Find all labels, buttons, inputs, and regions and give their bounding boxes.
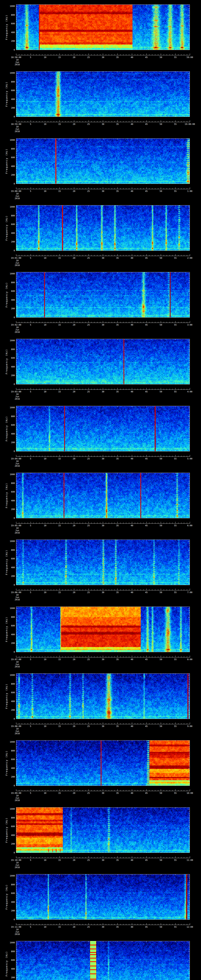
x-tick-label: 40 [131,190,133,192]
x-axis-end-time: 7:00 [187,591,193,594]
x-axis-line [16,724,190,724]
x-axis-end-time: 5:00 [187,458,193,460]
x-tick-label: 40 [131,659,133,661]
x-tick-label: 30 [102,391,104,393]
x-tick-label: 10 [44,859,46,861]
date-line: 2016 [15,532,20,534]
x-tick-label: 20 [73,859,75,861]
x-axis-end-time: 6:00 [187,525,193,527]
y-tick-label: 0 [3,116,15,118]
x-tick-label: 15 [58,792,61,794]
y-tick-label: 200 [3,441,15,444]
x-tick-label: 40 [131,725,133,727]
x-tick-label: 35 [116,859,119,861]
y-tick-label: 0 [3,584,15,586]
x-tick-label: 40 [131,123,133,126]
y-tick-label: 1000 [3,540,15,542]
x-tick-label: 30 [102,659,104,661]
x-axis-start-time: 19:11:00 [11,926,21,928]
x-axis-start-time: 19:02:00 [11,324,21,326]
x-tick-label: 45 [145,525,148,527]
x-tick-label: 15 [58,591,61,594]
x-tick-label: 55 [174,859,177,861]
spectrogram-panel: Frequency (Hz) 10008006004002000 19:04:0… [0,401,201,468]
x-tick-label: 10 [44,458,46,460]
y-tick-label: 200 [3,776,15,778]
x-axis-start-time: 19:04:00 [11,458,21,460]
x-tick-label: 45 [145,324,148,326]
y-tick-label: 400 [3,299,15,301]
date-line: 2016 [15,197,20,200]
y-tick-label: 0 [3,784,15,787]
y-tick-label: 0 [3,852,15,854]
x-tick-label: 30 [102,458,104,460]
x-tick-label: 10 [44,257,46,259]
x-axis-start-time: 19:10:00 [11,859,21,861]
y-axis-title: Frequency (Hz) [5,148,8,173]
y-tick-label: 1000 [3,942,15,944]
y-axis-title: Frequency (Hz) [5,282,8,307]
spectrogram-plot [16,874,190,920]
x-tick-label: 55 [174,725,177,727]
x-tick-label: 25 [87,725,90,727]
x-axis-end-time: 4:00 [187,391,193,393]
x-tick-label: 35 [116,56,119,59]
x-tick-label: 30 [102,190,104,192]
x-tick-label: 15 [58,926,61,928]
x-axis-minor-ticks [16,589,190,590]
x-tick-label: 45 [145,56,148,59]
x-tick-label: 15 [58,525,61,527]
x-tick-label: 5 [30,123,31,126]
y-tick-label: 200 [3,40,15,42]
date-line: 2016 [15,598,20,601]
y-tick-label: 400 [3,31,15,34]
y-tick-label: 0 [3,651,15,653]
x-tick-label: 5 [30,257,31,259]
spectrogram-canvas [16,339,190,384]
spectrogram-panel: Frequency (Hz) 10008006004002000 19:10:0… [0,803,201,870]
spectrogram-plot [16,5,190,50]
x-tick-label: 15 [58,123,61,126]
spectrogram-canvas [16,807,190,853]
x-tick-label: 40 [131,56,133,59]
x-tick-label: 35 [116,391,119,393]
spectrogram-plot [16,807,190,853]
y-tick-label: 1000 [3,139,15,141]
y-tick-label: 400 [3,500,15,502]
x-tick-label: 5 [30,525,31,527]
y-tick-label: 400 [3,968,15,970]
spectrogram-panel: Frequency (Hz) 10008006004002000 19:11:0… [0,870,201,937]
spectrogram-panel: Frequency (Hz) 10008006004002000 19:06:0… [0,535,201,602]
date-line: 2016 [15,398,20,400]
x-tick-label: 10 [44,190,46,192]
y-tick-label: 800 [3,950,15,953]
y-axis-title: Frequency (Hz) [5,884,8,910]
spectrogram-panel: Frequency (Hz) 10008006004002000 19:02:0… [0,267,201,334]
spectrogram-canvas [16,138,190,184]
x-tick-label: 45 [145,859,148,861]
x-tick-label: 40 [131,391,133,393]
spectrogram-plot [16,72,190,117]
date-line: 2016 [15,732,20,735]
date-line: 2016 [15,264,20,267]
y-tick-label: 600 [3,290,15,293]
x-tick-label: 30 [102,725,104,727]
x-tick-label: 25 [87,56,90,59]
spectrogram-panel: Frequency (Hz) 10008006004002000 18:58:0… [0,0,201,67]
y-tick-label: 800 [3,215,15,217]
x-axis-minor-ticks [16,322,190,323]
y-tick-label: 1000 [3,206,15,208]
y-tick-label: 200 [3,174,15,176]
x-tick-label: 45 [145,725,148,727]
y-tick-label: 200 [3,977,15,979]
y-tick-label: 600 [3,22,15,25]
y-tick-label: 600 [3,625,15,627]
x-tick-label: 25 [87,123,90,126]
y-tick-label: 400 [3,366,15,368]
x-tick-label: 25 [87,859,90,861]
x-tick-label: 40 [131,324,133,326]
x-tick-label: 25 [87,591,90,594]
x-tick-label: 5 [30,926,31,928]
y-tick-label: 800 [3,683,15,685]
x-axis-line [16,657,190,657]
